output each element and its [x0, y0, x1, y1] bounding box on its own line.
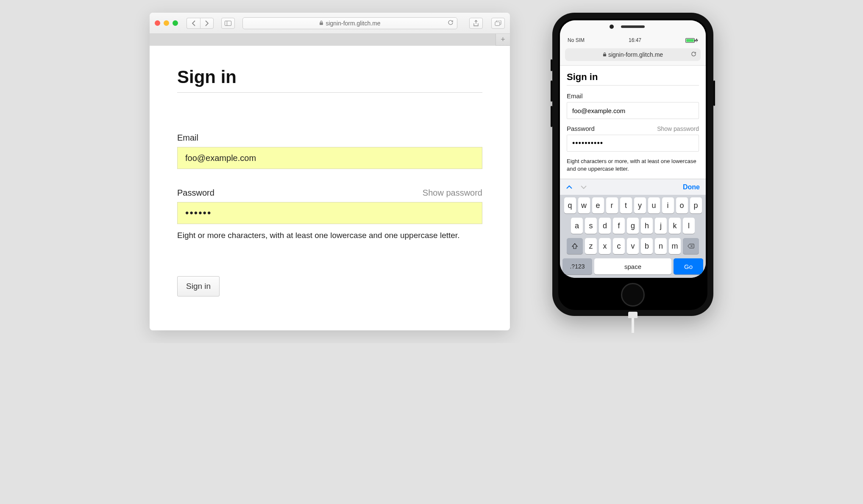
mobile-show-password-toggle[interactable]: Show password: [657, 125, 699, 132]
volume-up-button: [551, 80, 552, 102]
window-controls: [155, 20, 178, 26]
status-time: 16:47: [629, 37, 641, 43]
mobile-email-field-group: Email: [567, 92, 699, 119]
key-i[interactable]: i: [662, 197, 674, 213]
tabs-icon: [495, 20, 501, 26]
chevron-left-icon: [192, 20, 196, 26]
key-q[interactable]: q: [564, 197, 576, 213]
key-x[interactable]: x: [599, 238, 611, 254]
key-o[interactable]: o: [676, 197, 688, 213]
key-f[interactable]: f: [613, 218, 625, 234]
carrier-text: No SIM: [568, 37, 585, 43]
charging-icon: [696, 38, 698, 42]
battery-indicator: [685, 38, 698, 43]
key-z[interactable]: z: [585, 238, 597, 254]
iphone-screen: No SIM 16:47 signin-form.glitch.me: [560, 20, 706, 278]
key-p[interactable]: p: [690, 197, 702, 213]
share-icon: [473, 20, 479, 27]
mobile-address-bar[interactable]: signin-form.glitch.me: [565, 48, 701, 61]
volume-down-button: [551, 106, 552, 127]
next-field-button[interactable]: [580, 183, 587, 191]
prev-field-button[interactable]: [566, 183, 573, 191]
toolbar-right: [465, 18, 505, 29]
tab-bar: +: [150, 34, 510, 46]
keyboard-done-button[interactable]: Done: [683, 183, 700, 191]
key-s[interactable]: s: [585, 218, 597, 234]
minimize-window-button[interactable]: [164, 20, 169, 26]
key-t[interactable]: t: [620, 197, 632, 213]
key-u[interactable]: u: [648, 197, 660, 213]
key-m[interactable]: m: [669, 238, 681, 254]
mobile-reload-button[interactable]: [691, 51, 696, 58]
page-content: Sign in Email Password Show password Eig…: [150, 46, 510, 330]
password-field-group: Password Show password Eight or more cha…: [177, 188, 482, 240]
svg-rect-3: [495, 22, 500, 25]
space-key[interactable]: space: [594, 258, 671, 274]
key-h[interactable]: h: [641, 218, 653, 234]
key-c[interactable]: c: [613, 238, 625, 254]
key-a[interactable]: a: [571, 218, 583, 234]
mobile-page-title: Sign in: [567, 72, 699, 86]
key-v[interactable]: v: [627, 238, 639, 254]
backspace-key[interactable]: [683, 238, 699, 254]
ios-keyboard: qwertyuiop asdfghjkl zxcvbnm .?123 space…: [560, 195, 706, 278]
lock-icon: [603, 52, 607, 58]
keyboard-accessory-bar: Done: [560, 179, 706, 195]
key-g[interactable]: g: [627, 218, 639, 234]
address-bar[interactable]: signin-form.glitch.me: [242, 17, 457, 29]
iphone-device: No SIM 16:47 signin-form.glitch.me: [552, 13, 713, 316]
email-input[interactable]: [177, 147, 482, 169]
chevron-up-icon: [566, 185, 573, 189]
key-r[interactable]: r: [606, 197, 618, 213]
plus-icon: +: [501, 35, 505, 44]
key-l[interactable]: l: [683, 218, 695, 234]
keyboard-row-3: zxcvbnm: [562, 238, 704, 254]
new-tab-button[interactable]: +: [496, 34, 510, 46]
key-b[interactable]: b: [641, 238, 653, 254]
password-input[interactable]: [177, 202, 482, 224]
key-n[interactable]: n: [655, 238, 667, 254]
mobile-address-bar-container: signin-form.glitch.me: [560, 46, 706, 66]
sidebar-button[interactable]: [221, 18, 235, 29]
key-d[interactable]: d: [599, 218, 611, 234]
shift-key[interactable]: [567, 238, 583, 254]
key-j[interactable]: j: [655, 218, 667, 234]
close-window-button[interactable]: [155, 20, 160, 26]
key-w[interactable]: w: [578, 197, 590, 213]
reload-icon: [691, 51, 696, 57]
home-button[interactable]: [621, 283, 645, 307]
lock-icon: [319, 20, 323, 26]
maximize-window-button[interactable]: [173, 20, 178, 26]
reload-icon: [448, 19, 454, 25]
mute-switch: [551, 59, 552, 71]
go-key[interactable]: Go: [674, 258, 703, 274]
shift-icon: [571, 243, 578, 249]
reload-button[interactable]: [448, 19, 454, 27]
show-password-toggle[interactable]: Show password: [423, 188, 482, 198]
signin-button[interactable]: Sign in: [177, 276, 220, 296]
key-k[interactable]: k: [669, 218, 681, 234]
forward-button[interactable]: [200, 18, 214, 29]
backspace-icon: [688, 243, 694, 249]
nav-buttons: [187, 18, 214, 29]
chevron-right-icon: [205, 20, 209, 26]
key-e[interactable]: e: [592, 197, 604, 213]
number-mode-key[interactable]: .?123: [562, 258, 592, 274]
password-label: Password: [177, 188, 214, 198]
mobile-page-content: Sign in Email Password Show password: [560, 66, 706, 179]
mobile-url-text: signin-form.glitch.me: [608, 51, 663, 58]
lightning-cable: [628, 312, 638, 333]
mobile-password-input[interactable]: [567, 135, 699, 152]
tabs-button[interactable]: [491, 18, 505, 29]
front-camera: [610, 25, 614, 29]
power-button: [713, 80, 715, 106]
safari-browser-window: signin-form.glitch.me + Sign in Email: [150, 13, 510, 330]
mobile-email-input[interactable]: [567, 102, 699, 119]
password-helper-text: Eight or more characters, with at least …: [177, 231, 482, 240]
key-y[interactable]: y: [634, 197, 646, 213]
svg-rect-4: [603, 54, 606, 56]
back-button[interactable]: [187, 18, 200, 29]
speaker-grille: [621, 25, 645, 28]
share-button[interactable]: [469, 18, 483, 29]
mobile-password-label: Password: [567, 125, 595, 132]
